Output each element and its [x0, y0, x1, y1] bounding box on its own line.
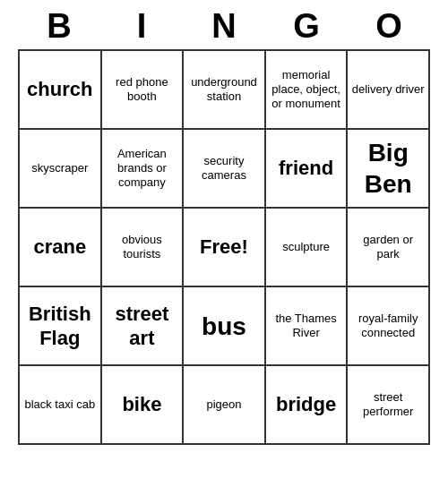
bingo-letter: N — [185, 7, 263, 46]
bingo-grid: churchred phone boothunderground station… — [18, 49, 430, 445]
bingo-cell-21[interactable]: bike — [102, 366, 185, 445]
bingo-cell-8[interactable]: friend — [266, 130, 349, 209]
bingo-cell-6[interactable]: American brands or company — [102, 130, 185, 209]
bingo-cell-17[interactable]: bus — [184, 287, 266, 366]
bingo-cell-16[interactable]: street art — [102, 287, 185, 366]
bingo-cell-15[interactable]: British Flag — [20, 287, 102, 366]
bingo-letter: B — [20, 7, 99, 46]
bingo-letter: O — [349, 7, 428, 46]
bingo-cell-0[interactable]: church — [20, 51, 102, 130]
bingo-cell-19[interactable]: royal-family connected — [348, 287, 430, 366]
bingo-cell-20[interactable]: black taxi cab — [20, 366, 102, 445]
bingo-cell-13[interactable]: sculpture — [266, 209, 349, 287]
bingo-cell-5[interactable]: skyscraper — [20, 130, 102, 209]
bingo-cell-9[interactable]: Big Ben — [348, 130, 430, 209]
bingo-cell-22[interactable]: pigeon — [184, 366, 266, 445]
bingo-header: BINGO — [18, 0, 430, 49]
bingo-cell-18[interactable]: the Thames River — [266, 287, 349, 366]
bingo-cell-11[interactable]: obvious tourists — [102, 209, 185, 287]
bingo-cell-14[interactable]: garden or park — [348, 209, 430, 287]
bingo-cell-10[interactable]: crane — [20, 209, 102, 287]
bingo-cell-12[interactable]: Free! — [184, 209, 266, 287]
bingo-cell-24[interactable]: street performer — [348, 366, 430, 445]
bingo-cell-4[interactable]: delivery driver — [348, 51, 430, 130]
bingo-cell-3[interactable]: memorial place, object, or monument — [266, 51, 349, 130]
bingo-cell-7[interactable]: security cameras — [184, 130, 266, 209]
bingo-letter: I — [102, 7, 181, 46]
bingo-cell-23[interactable]: bridge — [266, 366, 349, 445]
bingo-cell-2[interactable]: underground station — [184, 51, 266, 130]
bingo-letter: G — [267, 7, 346, 46]
bingo-cell-1[interactable]: red phone booth — [102, 51, 185, 130]
